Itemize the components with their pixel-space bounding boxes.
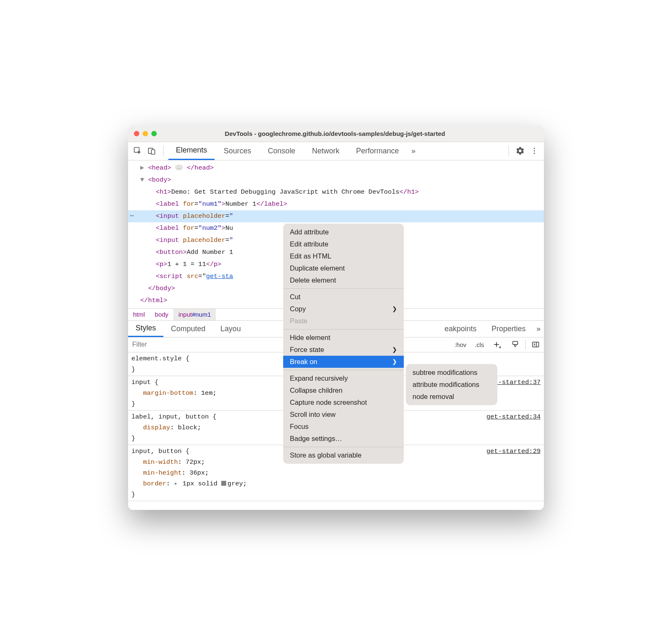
breadcrumb-input[interactable]: input#num1 bbox=[173, 309, 216, 320]
tab-computed[interactable]: Computed bbox=[163, 321, 213, 337]
color-swatch[interactable] bbox=[221, 481, 226, 486]
context-submenu-item[interactable]: attribute modifications bbox=[406, 379, 497, 391]
rule-source-link[interactable]: get-started:34 bbox=[487, 411, 541, 422]
context-menu-divider bbox=[283, 370, 404, 370]
tab-network[interactable]: Network bbox=[304, 142, 347, 160]
tab-elements[interactable]: Elements bbox=[168, 142, 215, 160]
cls-toggle[interactable]: .cls bbox=[471, 337, 489, 352]
devtools-window: DevTools - googlechrome.github.io/devtoo… bbox=[128, 126, 544, 510]
css-property[interactable]: min-height: 36px; bbox=[131, 468, 541, 478]
context-menu-item: Paste bbox=[283, 315, 404, 327]
select-element-icon[interactable] bbox=[131, 145, 144, 157]
context-menu-item[interactable]: Collapse children bbox=[283, 384, 404, 396]
hov-toggle[interactable]: :hov bbox=[450, 337, 470, 352]
device-toolbar-icon[interactable] bbox=[146, 145, 158, 157]
titlebar: DevTools - googlechrome.github.io/devtoo… bbox=[128, 126, 544, 142]
context-submenu-break-on: subtree modificationsattribute modificat… bbox=[406, 364, 497, 405]
dom-node-h1[interactable]: <h1>Demo: Get Started Debugging JavaScri… bbox=[128, 186, 544, 198]
main-toolbar: Elements Sources Console Network Perform… bbox=[128, 142, 544, 160]
settings-gear-icon[interactable] bbox=[514, 145, 526, 157]
context-submenu-item[interactable]: node removal bbox=[406, 391, 497, 403]
context-menu-item[interactable]: Delete element bbox=[283, 274, 404, 286]
submenu-arrow-icon: ❯ bbox=[392, 358, 397, 365]
tab-sources[interactable]: Sources bbox=[216, 142, 259, 160]
tab-styles[interactable]: Styles bbox=[128, 321, 163, 337]
context-menu-item[interactable]: Scroll into view bbox=[283, 409, 404, 421]
tab-breakpoints-fragment[interactable]: eakpoints bbox=[437, 321, 484, 337]
tab-performance[interactable]: Performance bbox=[348, 142, 406, 160]
context-menu-item[interactable]: Cut bbox=[283, 291, 404, 303]
dom-node-body[interactable]: ▼ <body> bbox=[128, 174, 544, 186]
context-menu-divider bbox=[283, 288, 404, 289]
tab-layout[interactable]: Layou bbox=[213, 321, 248, 337]
context-menu-item[interactable]: Add attribute bbox=[283, 226, 404, 238]
context-menu-item[interactable]: Capture node screenshot bbox=[283, 396, 404, 409]
context-menu-item[interactable]: Edit attribute bbox=[283, 238, 404, 250]
context-menu-item[interactable]: Force state❯ bbox=[283, 344, 404, 356]
styles-tabs-overflow[interactable]: » bbox=[533, 325, 544, 333]
context-menu-item[interactable]: Store as global variable bbox=[283, 449, 404, 461]
context-menu-item[interactable]: Expand recursively bbox=[283, 372, 404, 384]
dom-node-input1-selected[interactable]: <input placeholder=" bbox=[128, 210, 544, 222]
context-menu-item[interactable]: Focus bbox=[283, 421, 404, 433]
context-menu-item[interactable]: Copy❯ bbox=[283, 303, 404, 315]
context-menu-item[interactable]: Break on❯ bbox=[283, 356, 404, 368]
tabs-overflow-button[interactable]: » bbox=[408, 147, 419, 155]
context-menu-item[interactable]: Edit as HTML bbox=[283, 250, 404, 262]
svg-point-4 bbox=[534, 150, 535, 152]
context-submenu-item[interactable]: subtree modifications bbox=[406, 367, 497, 379]
svg-point-3 bbox=[534, 148, 535, 149]
svg-point-5 bbox=[534, 153, 535, 154]
svg-rect-8 bbox=[513, 342, 518, 345]
rule-source-link[interactable]: get-started:29 bbox=[487, 446, 541, 457]
separator bbox=[525, 340, 526, 349]
dom-node-label1[interactable]: <label for="num1">Number 1</label> bbox=[128, 198, 544, 210]
svg-rect-2 bbox=[151, 150, 155, 154]
submenu-arrow-icon: ❯ bbox=[392, 346, 397, 353]
submenu-arrow-icon: ❯ bbox=[392, 305, 397, 312]
context-menu: Add attributeEdit attributeEdit as HTMLD… bbox=[283, 224, 404, 464]
context-menu-item[interactable]: Duplicate element bbox=[283, 262, 404, 274]
context-menu-item[interactable]: Badge settings… bbox=[283, 433, 404, 445]
css-property[interactable]: border: ▸ 1px solid grey; bbox=[131, 478, 541, 489]
dom-node-head[interactable]: ▶ <head> … </head> bbox=[128, 162, 544, 174]
rule-close-brace: } bbox=[131, 489, 541, 500]
context-menu-item[interactable]: Hide element bbox=[283, 332, 404, 344]
context-menu-divider bbox=[283, 329, 404, 330]
toggle-panel-icon[interactable] bbox=[527, 337, 544, 352]
tab-properties[interactable]: Properties bbox=[484, 321, 533, 337]
window-title: DevTools - googlechrome.github.io/devtoo… bbox=[132, 130, 538, 137]
paint-brush-icon[interactable] bbox=[507, 337, 524, 352]
toolbar-separator bbox=[163, 145, 163, 156]
breadcrumb-html[interactable]: html bbox=[128, 309, 150, 320]
tab-console[interactable]: Console bbox=[260, 142, 303, 160]
new-style-rule-icon[interactable]: ▾ bbox=[488, 337, 507, 352]
svg-rect-9 bbox=[533, 342, 539, 347]
breadcrumb-body[interactable]: body bbox=[150, 309, 173, 320]
kebab-menu-icon[interactable] bbox=[528, 145, 541, 157]
toolbar-separator bbox=[509, 145, 509, 156]
context-menu-divider bbox=[283, 447, 404, 447]
